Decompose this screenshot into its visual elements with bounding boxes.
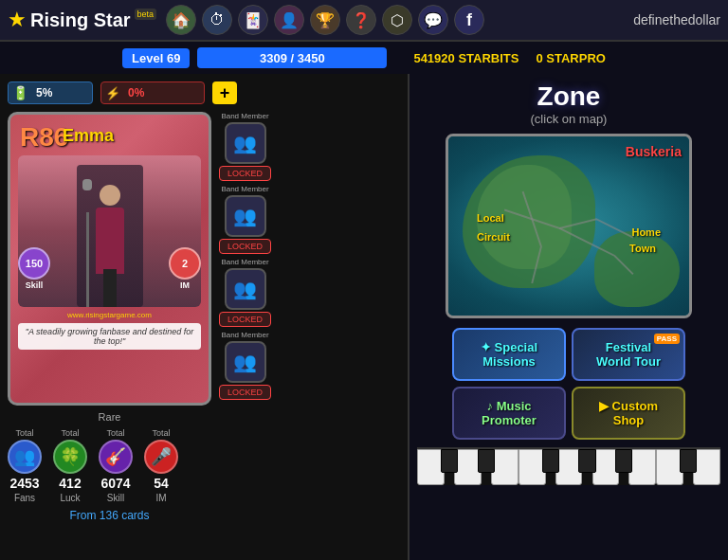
skill-total-heading: Total bbox=[106, 428, 124, 438]
piano-area bbox=[417, 447, 720, 485]
im-value: 2 bbox=[182, 258, 188, 269]
beta-badge: beta bbox=[135, 9, 157, 20]
card-rarity: Rare bbox=[8, 411, 211, 423]
promoter-label-1: ♪ Music bbox=[487, 399, 532, 413]
total-fans: Total 👥 2453 Fans bbox=[8, 428, 42, 503]
band-member-1-label: Band Member bbox=[221, 112, 268, 120]
im-total-heading: Total bbox=[152, 428, 170, 438]
ego-icon: ⚡ bbox=[101, 84, 124, 102]
luck-total-label: Luck bbox=[60, 493, 80, 503]
home-nav-icon[interactable]: 🏠 bbox=[166, 5, 196, 35]
piano-key-b1 bbox=[441, 449, 458, 473]
band-member-1-icon[interactable]: 👥 bbox=[225, 122, 266, 164]
band-member-2-locked: LOCKED bbox=[219, 239, 271, 254]
shop-label-1: ▶ Custom bbox=[599, 399, 658, 413]
promoter-label-2: Promoter bbox=[482, 413, 537, 427]
piano-key-b3 bbox=[542, 449, 559, 473]
map-label-buskeria[interactable]: Buskeria bbox=[626, 144, 682, 159]
luck-total-value: 412 bbox=[59, 476, 81, 491]
band-column: Band Member 👥 LOCKED Band Member 👥 LOCKE… bbox=[219, 112, 271, 552]
im-total-label: IM bbox=[155, 493, 166, 503]
pass-badge: PASS bbox=[654, 334, 680, 344]
clock-nav-icon[interactable]: ⏱ bbox=[202, 5, 232, 35]
card-stat-skill: 150 Skill bbox=[18, 247, 50, 290]
band-member-3-icon[interactable]: 👥 bbox=[225, 268, 266, 310]
special-missions-button[interactable]: ✦ Special Missions bbox=[452, 328, 566, 381]
special-missions-label-1: ✦ Special bbox=[481, 340, 537, 354]
im-total-value: 54 bbox=[154, 476, 169, 491]
zone-title: Zone bbox=[537, 81, 601, 112]
from-cards-label: From 136 cards bbox=[8, 509, 211, 522]
app-title: Rising Star bbox=[30, 9, 131, 31]
im-label: IM bbox=[180, 280, 190, 290]
ego-percent: 0% bbox=[124, 86, 148, 99]
card-website: www.risingstargame.com bbox=[18, 311, 201, 319]
fans-total-icon: 👥 bbox=[8, 440, 42, 474]
band-member-4-label: Band Member bbox=[221, 331, 268, 339]
piano-key-w9 bbox=[693, 449, 720, 485]
skill-label: Skill bbox=[26, 280, 44, 290]
zone-subtitle: (click on map) bbox=[531, 112, 608, 126]
special-missions-label-2: Missions bbox=[482, 354, 536, 369]
map-label-home[interactable]: Home bbox=[631, 226, 661, 238]
game-card: R86 Emma 50 Fans 4 Luck bbox=[8, 112, 211, 406]
map-label-local[interactable]: Local bbox=[477, 212, 504, 224]
facebook-nav-icon[interactable]: f bbox=[454, 5, 484, 35]
level-bar: Level 69 3309 / 3450 541920 STARBITS 0 S… bbox=[0, 42, 728, 74]
custom-shop-button[interactable]: ▶ Custom Shop bbox=[572, 387, 685, 440]
card-band-area: R86 Emma 50 Fans 4 Luck bbox=[8, 112, 400, 552]
skill-total-icon: 🎸 bbox=[99, 440, 133, 474]
im-total-icon: 🎤 bbox=[144, 440, 178, 474]
festival-label-1: Festival bbox=[606, 340, 651, 354]
shop-label-2: Shop bbox=[613, 413, 645, 427]
festival-world-tour-button[interactable]: PASS Festival World Tour bbox=[572, 328, 685, 381]
luck-total-icon: 🍀 bbox=[53, 440, 87, 474]
profile-nav-icon[interactable]: 👤 bbox=[274, 5, 304, 35]
help-nav-icon[interactable]: ❓ bbox=[346, 5, 376, 35]
piano-key-b2 bbox=[478, 449, 495, 473]
band-member-4-locked: LOCKED bbox=[219, 385, 271, 400]
map-background: Buskeria Local Circuit Home Town bbox=[448, 136, 689, 316]
band-member-3-label: Band Member bbox=[221, 258, 268, 266]
username-label: definethedollar bbox=[633, 12, 720, 27]
logo-area: ★ Rising Star beta bbox=[8, 8, 156, 32]
band-member-2-icon[interactable]: 👥 bbox=[225, 195, 266, 237]
right-panel: Zone (click on map) Buskeria Local Circu… bbox=[408, 74, 728, 560]
trophy-nav-icon[interactable]: 🏆 bbox=[310, 5, 340, 35]
fans-total-value: 2453 bbox=[9, 476, 39, 491]
piano-key-w3 bbox=[491, 449, 519, 485]
level-badge: Level 69 bbox=[122, 48, 190, 68]
zone-buttons: ✦ Special Missions PASS Festival World T… bbox=[417, 328, 720, 440]
starpro-value: 0 STARPRO bbox=[536, 51, 605, 65]
map-label-circuit[interactable]: Circuit bbox=[477, 231, 510, 243]
card-stat-im: 2 IM bbox=[169, 247, 201, 290]
band-member-3: Band Member 👥 LOCKED bbox=[219, 258, 271, 327]
band-member-1: Band Member 👥 LOCKED bbox=[219, 112, 271, 181]
top-nav: ★ Rising Star beta 🏠 ⏱ 🃏 👤 🏆 ❓ ⬡ 💬 f def… bbox=[0, 0, 728, 42]
map-container[interactable]: Buskeria Local Circuit Home Town bbox=[446, 134, 692, 318]
piano-key-w7 bbox=[628, 449, 656, 485]
energy-bar: 🔋 5% bbox=[8, 81, 93, 104]
music-promoter-button[interactable]: ♪ Music Promoter bbox=[452, 387, 566, 440]
hive-nav-icon[interactable]: ⬡ bbox=[382, 5, 412, 35]
luck-total-heading: Total bbox=[61, 428, 79, 438]
skill-total-label: Skill bbox=[107, 493, 124, 503]
card-name: Emma bbox=[63, 126, 114, 146]
skill-total-value: 6074 bbox=[100, 476, 130, 491]
band-member-2: Band Member 👥 LOCKED bbox=[219, 185, 271, 254]
festival-label-2: World Tour bbox=[596, 354, 661, 369]
map-label-town[interactable]: Town bbox=[629, 243, 656, 254]
ego-bar: ⚡ 0% bbox=[100, 81, 205, 104]
piano-key-b6 bbox=[680, 449, 697, 473]
energy-percent: 5% bbox=[32, 86, 56, 99]
plus-button[interactable]: + bbox=[212, 81, 237, 104]
total-heading: Total bbox=[15, 428, 33, 438]
discord-nav-icon[interactable]: 💬 bbox=[418, 5, 448, 35]
band-member-4-icon[interactable]: 👥 bbox=[225, 341, 266, 383]
card-quote: "A steadily growing fanbase and destined… bbox=[18, 323, 201, 350]
totals-row: Total 👥 2453 Fans Total 🍀 412 Luck Total… bbox=[8, 428, 211, 503]
band-member-1-locked: LOCKED bbox=[219, 166, 271, 181]
energy-bars: 🔋 5% ⚡ 0% + bbox=[8, 81, 400, 104]
cards-nav-icon[interactable]: 🃏 bbox=[238, 5, 268, 35]
main-content: 🔋 5% ⚡ 0% + R86 Emma 50 bbox=[0, 74, 728, 560]
